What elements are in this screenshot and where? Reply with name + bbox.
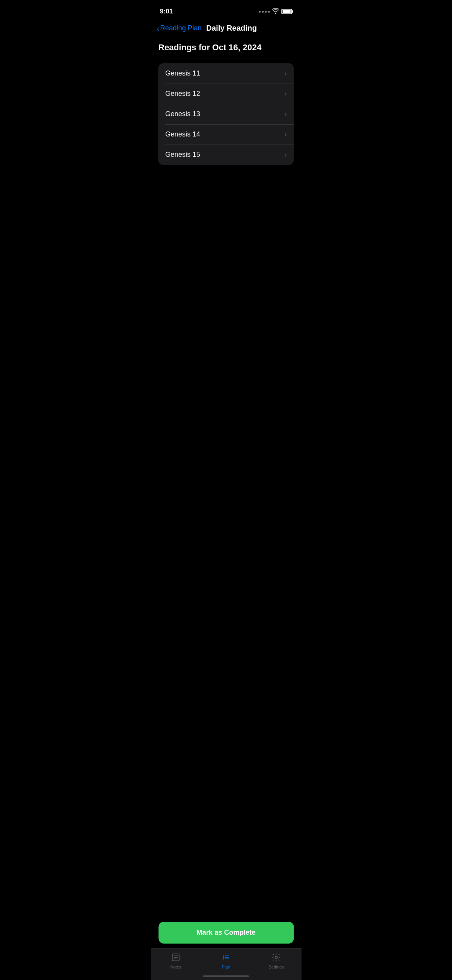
chevron-right-icon: › — [284, 90, 287, 98]
page-content: Readings for Oct 16, 2024 Genesis 11 › G… — [151, 39, 301, 165]
list-item[interactable]: Genesis 11 › — [158, 63, 294, 84]
list-item[interactable]: Genesis 14 › — [158, 124, 294, 145]
nav-header: ‹ Reading Plan Daily Reading — [151, 21, 301, 39]
wifi-icon — [272, 8, 279, 15]
list-item[interactable]: Genesis 15 › — [158, 145, 294, 165]
back-chevron-icon: ‹ — [157, 25, 159, 32]
list-item[interactable]: Genesis 12 › — [158, 84, 294, 104]
reading-list: Genesis 11 › Genesis 12 › Genesis 13 › G… — [158, 63, 294, 165]
readings-heading: Readings for Oct 16, 2024 — [158, 43, 294, 53]
status-icons — [259, 8, 292, 15]
reading-item-label: Genesis 14 — [165, 130, 200, 138]
reading-item-label: Genesis 11 — [165, 69, 200, 77]
back-button[interactable]: ‹ Reading Plan — [157, 24, 202, 32]
list-item[interactable]: Genesis 13 › — [158, 104, 294, 124]
page-title: Daily Reading — [206, 24, 257, 33]
signal-icon — [259, 11, 270, 13]
status-time: 9:01 — [160, 8, 173, 15]
chevron-right-icon: › — [284, 69, 287, 77]
chevron-right-icon: › — [284, 110, 287, 118]
reading-item-label: Genesis 12 — [165, 90, 200, 98]
chevron-right-icon: › — [284, 151, 287, 159]
back-label: Reading Plan — [160, 24, 202, 32]
battery-icon — [281, 9, 292, 14]
status-bar: 9:01 — [151, 0, 301, 21]
reading-item-label: Genesis 15 — [165, 151, 200, 159]
reading-item-label: Genesis 13 — [165, 110, 200, 118]
chevron-right-icon: › — [284, 130, 287, 138]
